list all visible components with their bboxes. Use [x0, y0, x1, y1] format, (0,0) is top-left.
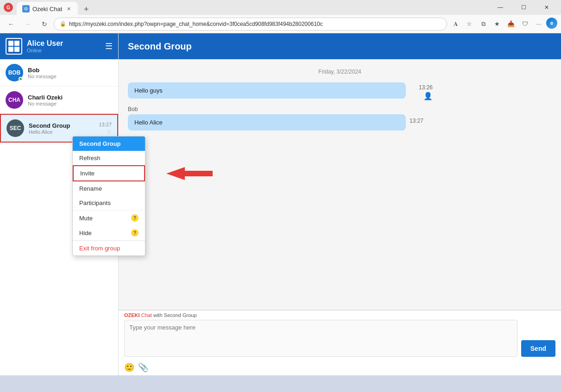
message-text-1: Hello guys: [134, 87, 163, 94]
title-bar: G O Ozeki Chat ✕ + — ☐ ✕: [0, 0, 561, 15]
tab-title: Ozeki Chat: [32, 6, 62, 12]
sidebar-user-name: Alice User: [27, 39, 101, 48]
context-menu-invite[interactable]: Invite: [73, 165, 145, 181]
contact-info-bob: Bob No message: [28, 67, 113, 79]
send-button[interactable]: Send: [521, 340, 555, 357]
message-input[interactable]: [124, 320, 517, 357]
contact-name-second-group: Second Group: [29, 122, 94, 129]
contact-info-charli: Charli Ozeki No message: [28, 94, 113, 106]
sidebar: Alice User Online ☰ BOB Bob No message: [0, 33, 119, 375]
read-aloud-button[interactable]: 𝐀: [449, 18, 462, 31]
online-indicator-bob: [19, 77, 23, 81]
contact-item-charli[interactable]: CHA Charli Ozeki No message: [0, 87, 118, 114]
window-controls: — ☐ ✕: [490, 0, 557, 15]
mute-help-icon[interactable]: ?: [131, 214, 139, 222]
sidebar-user-status: Online: [27, 48, 101, 53]
user-info: Alice User Online: [27, 39, 101, 53]
label-with: with Second Group: [152, 312, 197, 318]
split-screen-button[interactable]: ⧉: [477, 18, 490, 31]
contact-name-bob: Bob: [28, 67, 113, 74]
contact-last-msg-second-group: Hello Alice: [29, 129, 94, 135]
back-button[interactable]: ←: [4, 17, 19, 31]
input-row: Send: [119, 320, 561, 361]
lock-icon: 🔒: [60, 21, 66, 27]
favorites-bar-button[interactable]: ★: [491, 18, 504, 31]
context-menu: Second Group Refresh Invite Rename Parti…: [72, 136, 145, 256]
message-bubble-2: Hello Alice: [128, 114, 406, 131]
contact-last-msg-charli: No message: [28, 101, 113, 106]
tab-favicon: O: [22, 5, 30, 12]
sender-icon-1: 👤: [423, 92, 433, 100]
contact-info-second-group: Second Group Hello Alice: [29, 122, 94, 135]
browser-essentials-button[interactable]: 🛡: [518, 18, 531, 31]
contact-meta-second-group: 13:27 ☆: [99, 122, 112, 135]
context-menu-refresh[interactable]: Refresh: [73, 151, 145, 165]
avatar-charli: CHA: [6, 91, 23, 109]
chat-input-label: OZEKI Chat with Second Group: [119, 311, 561, 320]
close-button[interactable]: ✕: [536, 0, 557, 15]
forward-button[interactable]: →: [20, 17, 35, 31]
minimize-button[interactable]: —: [490, 0, 511, 15]
context-menu-exit-group[interactable]: Exit from group: [73, 241, 145, 255]
profile-icon: G: [4, 3, 13, 12]
emoji-button[interactable]: 🙂: [124, 362, 134, 373]
context-menu-rename[interactable]: Rename: [73, 181, 145, 196]
label-ozeki: OZEKI: [124, 312, 140, 318]
label-chat: Chat: [140, 312, 152, 318]
new-tab-button[interactable]: +: [80, 3, 93, 16]
contact-last-msg-bob: No message: [28, 74, 113, 79]
context-menu-mute[interactable]: Mute ?: [73, 211, 145, 225]
context-menu-header[interactable]: Second Group: [73, 137, 145, 151]
more-tools-button[interactable]: ···: [532, 18, 545, 31]
grid-icon[interactable]: [6, 38, 22, 55]
nav-bar: ← → ↻ 🔒 https://myozeki.com/index.php?ow…: [0, 15, 561, 33]
contact-name-charli: Charli Ozeki: [28, 94, 113, 101]
tab-close-button[interactable]: ✕: [65, 5, 72, 12]
avatar-second-group: SEC: [6, 119, 24, 137]
chat-input-area: OZEKI Chat with Second Group Send 🙂 📎: [119, 310, 561, 375]
address-text: https://myozeki.com/index.php?owpn=page_…: [69, 21, 323, 27]
sidebar-menu-icon[interactable]: ☰: [105, 41, 113, 51]
message-text-2: Hello Alice: [134, 119, 163, 126]
nav-actions: 𝐀 ☆ ⧉ ★ 📥 🛡 ··· e: [449, 18, 557, 31]
collections-button[interactable]: 📥: [504, 18, 517, 31]
favorites-button[interactable]: ☆: [463, 18, 476, 31]
hide-help-icon[interactable]: ?: [131, 229, 139, 236]
date-divider: Friday, 3/22/2024: [128, 68, 552, 75]
chat-messages: Friday, 3/22/2024 Hello guys 13:26 👤 Bob: [119, 59, 561, 310]
browser-tab[interactable]: O Ozeki Chat ✕: [17, 2, 78, 16]
edge-profile-icon[interactable]: e: [546, 18, 557, 29]
maximize-button[interactable]: ☐: [513, 0, 534, 15]
message-row-2: Bob Hello Alice 13:27: [128, 106, 552, 131]
avatar-bob: BOB: [6, 64, 23, 81]
chat-title: Second Group: [128, 41, 192, 52]
chat-header: Second Group: [119, 33, 561, 59]
message-row-1: Hello guys 13:26 👤: [128, 82, 552, 100]
sender-name-2: Bob: [128, 106, 552, 112]
star-icon[interactable]: ☆: [107, 128, 112, 135]
message-time-2: 13:27: [410, 118, 423, 124]
attach-button[interactable]: 📎: [138, 362, 148, 373]
app-container: Alice User Online ☰ BOB Bob No message: [0, 33, 561, 375]
address-bar[interactable]: 🔒 https://myozeki.com/index.php?owpn=pag…: [54, 18, 447, 31]
tab-bar: O Ozeki Chat ✕ +: [17, 0, 486, 16]
refresh-nav-button[interactable]: ↻: [37, 17, 52, 31]
red-arrow-right: [150, 167, 213, 180]
svg-marker-1: [166, 167, 213, 180]
input-actions: 🙂 📎: [119, 361, 561, 375]
context-menu-hide[interactable]: Hide ?: [73, 225, 145, 240]
main-chat: Second Group Friday, 3/22/2024 Hello guy…: [119, 33, 561, 375]
contact-time-second-group: 13:27: [99, 122, 112, 127]
message-time-1: 13:26: [419, 84, 433, 91]
context-menu-participants[interactable]: Participants: [73, 196, 145, 210]
sidebar-header: Alice User Online ☰: [0, 33, 118, 59]
contact-item-bob[interactable]: BOB Bob No message: [0, 59, 118, 87]
message-bubble-1: Hello guys: [128, 82, 406, 99]
